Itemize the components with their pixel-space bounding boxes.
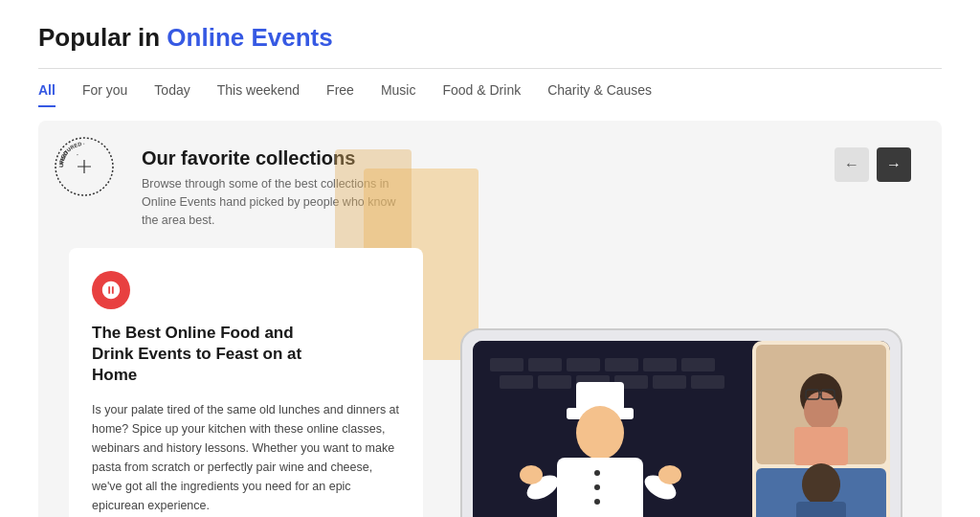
svg-point-31 <box>658 465 681 484</box>
svg-rect-19 <box>653 375 686 389</box>
svg-point-30 <box>520 465 543 484</box>
section-title: Our favorite collections <box>142 147 911 169</box>
deco-bg-2 <box>335 149 412 264</box>
svg-rect-9 <box>490 358 523 371</box>
page-wrapper: Popular in Online Events All For you Tod… <box>0 0 980 517</box>
svg-rect-10 <box>528 358 562 371</box>
card-icon <box>92 271 130 309</box>
svg-text:·: · <box>75 151 79 158</box>
collection-card: The Best Online Food and Drink Events to… <box>69 248 423 517</box>
svg-rect-14 <box>681 358 715 371</box>
tab-food-drink[interactable]: Food & Drink <box>442 82 521 107</box>
tab-for-you[interactable]: For you <box>82 82 127 107</box>
card-title: The Best Online Food and Drink Events to… <box>92 323 322 386</box>
svg-rect-16 <box>538 375 571 389</box>
prev-arrow-button[interactable]: ← <box>835 147 869 182</box>
content-area: · · FEATURED · · FEATURED · FEATURED · O… <box>38 121 942 517</box>
svg-rect-39 <box>794 427 848 465</box>
eventbrite-icon <box>100 280 122 301</box>
svg-rect-13 <box>643 358 677 371</box>
featured-badge: · · FEATURED · · FEATURED · FEATURED · <box>54 136 115 197</box>
svg-point-26 <box>594 484 600 490</box>
card-body: Is your palate tired of the same old lun… <box>92 400 400 515</box>
tabs-nav: All For you Today This weekend Free Musi… <box>38 82 942 107</box>
svg-rect-15 <box>500 375 533 389</box>
svg-rect-20 <box>691 375 724 389</box>
title-divider <box>38 68 942 69</box>
next-arrow-button[interactable]: → <box>877 147 911 182</box>
svg-point-25 <box>594 470 600 476</box>
tab-all[interactable]: All <box>38 82 56 107</box>
tab-music[interactable]: Music <box>381 82 416 107</box>
tab-today[interactable]: Today <box>154 82 189 107</box>
svg-rect-11 <box>567 358 600 371</box>
page-title: Popular in Online Events <box>38 23 942 53</box>
tab-this-weekend[interactable]: This weekend <box>217 82 300 107</box>
svg-rect-24 <box>557 458 643 517</box>
svg-rect-12 <box>605 358 638 371</box>
svg-point-27 <box>594 499 600 505</box>
tab-free[interactable]: Free <box>326 82 354 107</box>
section-header: Our favorite collections Browse through … <box>142 147 911 229</box>
tab-charity[interactable]: Charity & Causes <box>547 82 652 107</box>
svg-point-23 <box>576 406 624 460</box>
tablet-illustration <box>452 320 911 517</box>
svg-rect-42 <box>796 502 846 517</box>
svg-text:· FEATURED · FEATURED ·: · FEATURED · FEATURED · <box>54 136 85 168</box>
nav-arrows: ← → <box>835 147 911 182</box>
svg-point-41 <box>802 463 840 506</box>
